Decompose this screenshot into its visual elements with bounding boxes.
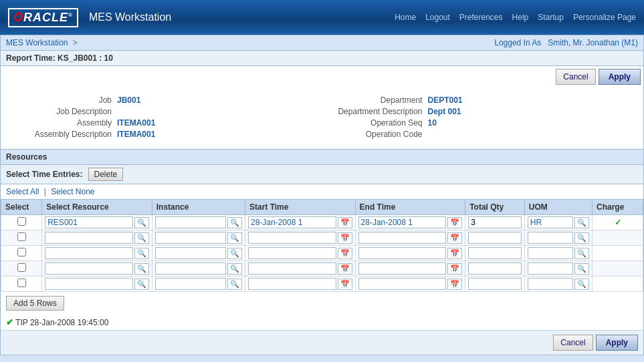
uom-input-2[interactable] xyxy=(528,247,573,259)
form-right: Department DEPT001 Department Descriptio… xyxy=(322,96,633,141)
end-time-input-4[interactable] xyxy=(358,278,447,290)
resource-input-3[interactable] xyxy=(45,262,133,275)
row-checkbox-3[interactable] xyxy=(17,263,26,272)
add-rows-button[interactable]: Add 5 Rows xyxy=(6,296,64,311)
resource-search-btn-2[interactable]: 🔍 xyxy=(134,248,149,259)
dept-row: Department DEPT001 xyxy=(322,96,633,105)
th-select: Select xyxy=(1,200,42,215)
nav-help[interactable]: Help xyxy=(512,13,529,22)
uom-input-0[interactable] xyxy=(528,216,573,228)
start-time-cal-btn-2[interactable]: 📅 xyxy=(338,248,352,259)
end-time-input-2[interactable] xyxy=(358,247,447,259)
resource-search-btn-3[interactable]: 🔍 xyxy=(134,263,149,275)
end-time-cal-btn-3[interactable]: 📅 xyxy=(447,263,462,275)
instance-search-btn-3[interactable]: 🔍 xyxy=(227,263,242,275)
row-checkbox-0[interactable] xyxy=(17,217,26,226)
instance-input-0[interactable] xyxy=(155,216,226,228)
resource-search-btn-0[interactable]: 🔍 xyxy=(134,217,149,228)
row-checkbox-1[interactable] xyxy=(17,232,26,241)
uom-input-3[interactable] xyxy=(528,262,573,275)
select-all-link[interactable]: Select All xyxy=(6,187,39,196)
start-time-input-1[interactable] xyxy=(248,232,336,244)
end-time-cal-btn-2[interactable]: 📅 xyxy=(447,248,462,259)
start-time-cal-btn-0[interactable]: 📅 xyxy=(338,217,352,228)
qty-input-1[interactable] xyxy=(468,232,522,244)
nav-logout[interactable]: Logout xyxy=(425,13,450,22)
instance-input-4[interactable] xyxy=(155,278,226,290)
action-bar-bottom: Cancel Apply xyxy=(1,330,643,355)
start-time-cal-btn-3[interactable]: 📅 xyxy=(338,263,352,275)
start-time-cal-btn-4[interactable]: 📅 xyxy=(338,279,352,290)
instance-input-2[interactable] xyxy=(155,247,226,259)
apply-button-bottom[interactable]: Apply xyxy=(596,335,638,351)
nav-personalize[interactable]: Personalize Page xyxy=(573,13,636,22)
end-time-cal-btn-0[interactable]: 📅 xyxy=(447,217,462,228)
th-charge: Charge xyxy=(593,200,643,215)
delete-button[interactable]: Delete xyxy=(88,168,124,181)
resource-input-2[interactable] xyxy=(45,247,133,259)
end-time-cal-btn-1[interactable]: 📅 xyxy=(447,232,462,244)
start-time-input-4[interactable] xyxy=(248,278,336,290)
uom-search-btn-4[interactable]: 🔍 xyxy=(574,279,589,290)
end-time-input-1[interactable] xyxy=(358,232,447,244)
end-time-input-0[interactable] xyxy=(358,216,447,228)
qty-input-2[interactable] xyxy=(468,247,522,259)
assembly-label: Assembly xyxy=(11,118,112,128)
qty-input-0[interactable] xyxy=(468,216,522,228)
op-seq-row: Operation Seq 10 xyxy=(322,118,633,128)
instance-search-btn-0[interactable]: 🔍 xyxy=(227,217,242,228)
instance-search-btn-1[interactable]: 🔍 xyxy=(227,232,242,244)
end-time-input-3[interactable] xyxy=(358,262,447,275)
cancel-button-top[interactable]: Cancel xyxy=(556,69,595,85)
nav-home[interactable]: Home xyxy=(395,13,416,22)
job-row: Job JB001 xyxy=(11,96,322,105)
end-time-cal-btn-4[interactable]: 📅 xyxy=(447,279,462,290)
cancel-button-bottom[interactable]: Cancel xyxy=(553,335,593,351)
row-checkbox-4[interactable] xyxy=(17,279,26,287)
charge-cell-1 xyxy=(593,230,643,246)
start-time-input-2[interactable] xyxy=(248,247,336,259)
instance-input-1[interactable] xyxy=(155,232,226,244)
form-section: Job JB001 Job Description Assembly ITEMA… xyxy=(1,90,643,146)
nav-preferences[interactable]: Preferences xyxy=(459,13,503,22)
resource-input-1[interactable] xyxy=(45,232,133,244)
table-row: 🔍🔍📅📅🔍 xyxy=(1,246,643,261)
op-seq-label: Operation Seq xyxy=(322,118,423,128)
th-qty: Total Qty xyxy=(465,200,525,215)
resource-search-btn-1[interactable]: 🔍 xyxy=(134,232,149,244)
select-none-link[interactable]: Select None xyxy=(51,187,94,196)
instance-input-3[interactable] xyxy=(155,262,226,275)
breadcrumb-mes[interactable]: MES Workstation xyxy=(6,38,68,47)
qty-input-3[interactable] xyxy=(468,262,522,275)
start-time-cal-btn-1[interactable]: 📅 xyxy=(338,232,352,244)
breadcrumb-sep: > xyxy=(73,38,78,47)
resource-input-0[interactable] xyxy=(45,216,133,228)
header-left: ORACLE® MES Workstation xyxy=(8,8,171,27)
content-wrapper: MES Workstation > Logged In As Smith, Mr… xyxy=(0,35,644,355)
app-title: MES Workstation xyxy=(89,11,171,23)
th-end: End Time xyxy=(355,200,465,215)
resource-input-4[interactable] xyxy=(45,278,133,290)
charge-cell-0: ✓ xyxy=(593,215,643,230)
start-time-input-0[interactable] xyxy=(248,216,336,228)
start-time-input-3[interactable] xyxy=(248,262,336,275)
nav-startup[interactable]: Startup xyxy=(538,13,564,22)
apply-button-top[interactable]: Apply xyxy=(599,69,641,85)
row-checkbox-2[interactable] xyxy=(17,248,26,256)
resource-search-btn-4[interactable]: 🔍 xyxy=(134,279,149,290)
select-time-label: Select Time Entries: xyxy=(6,170,83,179)
uom-search-btn-3[interactable]: 🔍 xyxy=(574,263,589,275)
uom-input-1[interactable] xyxy=(528,232,573,244)
uom-input-4[interactable] xyxy=(528,278,573,290)
tip-icon: ✔ xyxy=(6,317,13,327)
uom-search-btn-1[interactable]: 🔍 xyxy=(574,232,589,244)
resources-title: Resources xyxy=(6,152,47,162)
dept-label: Department xyxy=(322,96,423,105)
oracle-logo: ORACLE® xyxy=(8,8,78,27)
instance-search-btn-2[interactable]: 🔍 xyxy=(227,248,242,259)
dept-value: DEPT001 xyxy=(428,96,463,105)
uom-search-btn-2[interactable]: 🔍 xyxy=(574,248,589,259)
qty-input-4[interactable] xyxy=(468,278,522,290)
instance-search-btn-4[interactable]: 🔍 xyxy=(227,279,242,290)
uom-search-btn-0[interactable]: 🔍 xyxy=(574,217,589,228)
